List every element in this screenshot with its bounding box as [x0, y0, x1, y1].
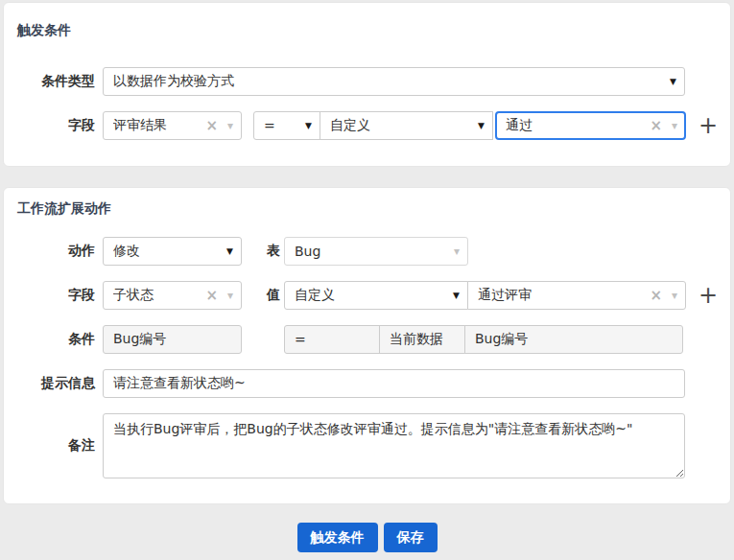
condition-field-value: Bug编号	[113, 331, 233, 348]
trigger-field-select[interactable]: 评审结果 × ▾	[103, 111, 242, 140]
condition-operator-value: =	[295, 332, 371, 347]
add-condition-button[interactable]: +	[698, 114, 718, 137]
trigger-field-value: 评审结果	[113, 117, 205, 134]
remark-row: 备注	[17, 413, 717, 478]
workflow-field-label: 字段	[17, 287, 103, 304]
workflow-action-panel: 工作流扩展动作 动作 修改 ▼ 表 Bug ▾ 字段 子状态 × ▾ 值 自定义…	[3, 187, 731, 504]
condition-label: 条件	[17, 331, 103, 348]
condition-target-box: Bug编号	[464, 325, 683, 354]
condition-type-row: 条件类型 以数据作为校验方式 ▼	[17, 67, 717, 96]
clear-icon[interactable]: ×	[650, 289, 662, 303]
table-value: Bug	[295, 244, 454, 259]
remark-textarea[interactable]	[103, 413, 685, 478]
action-row: 动作 修改 ▼ 表 Bug ▾	[17, 237, 717, 266]
value-label: 值	[242, 287, 284, 304]
clear-icon[interactable]: ×	[650, 119, 662, 133]
clear-icon[interactable]: ×	[205, 289, 218, 303]
caret-down-icon: ▾	[672, 120, 677, 131]
trigger-operator-value: =	[264, 118, 299, 133]
caret-down-icon: ▾	[227, 120, 233, 131]
workflow-field-value: 子状态	[113, 287, 205, 304]
workflow-field-row: 字段 子状态 × ▾ 值 自定义 ▼ 通过评审 × ▾ +	[17, 281, 717, 310]
caret-down-icon: ▼	[478, 121, 485, 130]
caret-down-icon: ▼	[453, 291, 460, 300]
condition-type-label: 条件类型	[17, 73, 103, 90]
condition-row: 条件 Bug编号 = 当前数据 Bug编号	[17, 325, 717, 354]
condition-source-value: 当前数据	[390, 331, 457, 348]
trigger-value-value: 通过	[506, 117, 650, 134]
table-label: 表	[242, 243, 284, 260]
add-action-field-button[interactable]: +	[698, 284, 718, 307]
workflow-value-value: 通过评审	[478, 287, 650, 304]
workflow-value-type-value: 自定义	[295, 287, 447, 304]
caret-down-icon: ▾	[672, 290, 677, 301]
caret-down-icon: ▾	[227, 290, 233, 301]
remark-label: 备注	[17, 437, 103, 455]
action-label: 动作	[17, 243, 103, 260]
caret-down-icon: ▼	[305, 121, 312, 130]
condition-type-select[interactable]: 以数据作为校验方式 ▼	[103, 67, 685, 96]
action-select[interactable]: 修改 ▼	[103, 237, 242, 266]
message-label: 提示信息	[17, 375, 103, 392]
trigger-field-row: 字段 评审结果 × ▾ = ▼ 自定义 ▼ 通过 × ▾ +	[17, 111, 717, 140]
trigger-operator-select[interactable]: = ▼	[253, 111, 320, 140]
workflow-value-type-select[interactable]: 自定义 ▼	[284, 281, 468, 310]
condition-operator-box: =	[284, 325, 380, 354]
message-row: 提示信息	[17, 369, 717, 398]
message-input[interactable]	[103, 369, 685, 398]
workflow-field-select[interactable]: 子状态 × ▾	[103, 281, 242, 310]
trigger-value-select[interactable]: 通过 × ▾	[495, 111, 686, 140]
trigger-condition-title: 触发条件	[17, 22, 717, 37]
caret-down-icon: ▼	[670, 77, 676, 86]
trigger-field-label: 字段	[17, 117, 103, 134]
clear-icon[interactable]: ×	[205, 119, 218, 133]
caret-down-icon: ▼	[226, 246, 233, 256]
condition-field-box: Bug编号	[103, 325, 242, 354]
workflow-value-select[interactable]: 通过评审 × ▾	[467, 281, 686, 310]
condition-target-value: Bug编号	[475, 331, 675, 348]
table-select[interactable]: Bug ▾	[284, 237, 468, 266]
action-value: 修改	[113, 243, 221, 260]
trigger-condition-panel: 触发条件 条件类型 以数据作为校验方式 ▼ 字段 评审结果 × ▾ = ▼ 自定…	[3, 2, 731, 167]
trigger-value-type-select[interactable]: 自定义 ▼	[320, 111, 493, 140]
save-button[interactable]: 保存	[384, 523, 438, 552]
trigger-condition-button[interactable]: 触发条件	[297, 523, 378, 552]
condition-source-box: 当前数据	[379, 325, 465, 354]
trigger-value-type-value: 自定义	[330, 117, 472, 134]
condition-type-value: 以数据作为校验方式	[113, 73, 664, 90]
workflow-action-title: 工作流扩展动作	[17, 200, 717, 216]
footer-actions: 触发条件 保存	[0, 523, 734, 552]
caret-down-icon: ▾	[454, 245, 460, 257]
